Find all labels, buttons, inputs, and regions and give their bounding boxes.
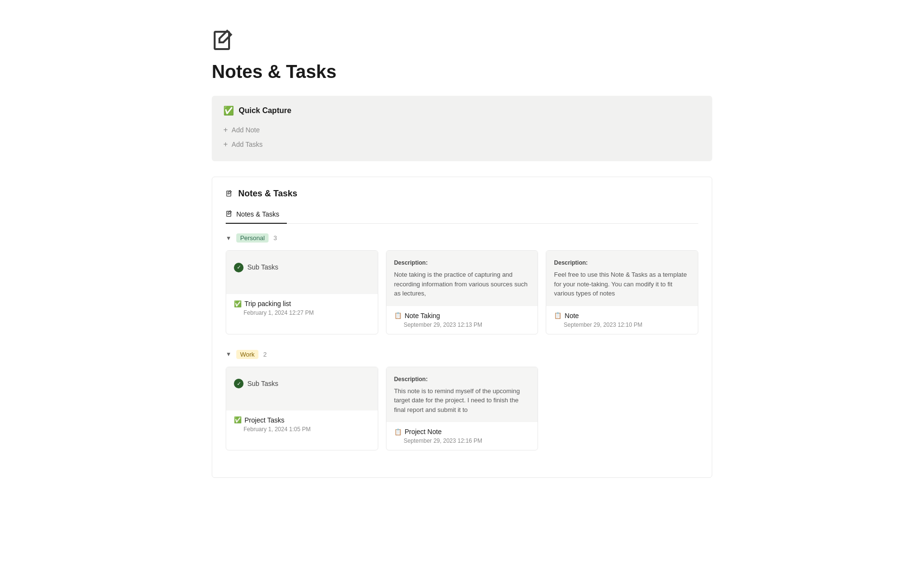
card-project-tasks-title: Project Tasks (244, 416, 284, 424)
group-work-header: ▼ Work 2 (226, 350, 698, 359)
note-icon-3: 📋 (394, 428, 402, 436)
card-note-taking-preview: Description: Note taking is the practice… (386, 251, 538, 306)
card-note-taking-footer: 📋 Note Taking September 29, 2023 12:13 P… (386, 306, 538, 334)
card-note-preview-text: Feel free to use this Note & Tasks as a … (554, 270, 690, 298)
task-icon-2: ✅ (234, 416, 242, 423)
group-personal: ▼ Personal 3 ✓ Sub Tasks ✅ (226, 233, 698, 334)
card-trip-packing-title: Trip packing list (244, 300, 291, 308)
task-icon: ✅ (234, 300, 242, 308)
card-project-note-title: Project Note (405, 428, 442, 436)
svg-rect-0 (215, 32, 229, 49)
card-note-title-row: 📋 Note (554, 312, 690, 320)
card-note-taking[interactable]: Description: Note taking is the practice… (386, 250, 539, 334)
group-personal-badge: Personal (236, 233, 269, 243)
page-title: Notes & Tasks (212, 62, 712, 82)
tab-notes-tasks[interactable]: Notes & Tasks (226, 206, 287, 224)
group-personal-cards: ✓ Sub Tasks ✅ Trip packing list February… (226, 250, 698, 334)
subtask-check-icon: ✓ (234, 263, 244, 272)
group-work-count: 2 (263, 351, 267, 358)
note-icon: 📋 (394, 312, 402, 319)
subtask-check-icon-2: ✓ (234, 379, 244, 388)
notes-tasks-icon (226, 190, 233, 198)
tab-notes-tasks-icon (226, 210, 233, 218)
card-project-tasks[interactable]: ✓ Sub Tasks ✅ Project Tasks February 1, … (226, 367, 378, 451)
card-trip-packing[interactable]: ✓ Sub Tasks ✅ Trip packing list February… (226, 250, 378, 334)
card-project-note-preview-text: This note is to remind myself of the upc… (394, 386, 530, 415)
card-trip-packing-title-row: ✅ Trip packing list (234, 300, 370, 308)
quick-capture-header: ✅ Quick Capture (223, 105, 701, 116)
card-project-note-preview: Description: This note is to remind myse… (386, 367, 538, 423)
add-tasks-row[interactable]: + Add Tasks (223, 137, 701, 152)
group-work-toggle[interactable]: ▼ (226, 351, 231, 358)
card-project-tasks-date: February 1, 2024 1:05 PM (234, 426, 370, 433)
card-note-title: Note (565, 312, 579, 320)
group-personal-toggle[interactable]: ▼ (226, 235, 231, 242)
card-project-tasks-title-row: ✅ Project Tasks (234, 416, 370, 424)
card-project-note-title-row: 📋 Project Note (394, 428, 530, 436)
tab-notes-tasks-label: Notes & Tasks (236, 210, 279, 218)
add-tasks-label: Add Tasks (231, 141, 262, 148)
card-note-taking-title-row: 📋 Note Taking (394, 312, 530, 320)
group-work: ▼ Work 2 ✓ Sub Tasks ✅ (226, 350, 698, 451)
subtask-label-2: Sub Tasks (247, 379, 278, 389)
card-note[interactable]: Description: Feel free to use this Note … (546, 250, 698, 334)
subtask-label: Sub Tasks (247, 262, 278, 272)
card-note-taking-title: Note Taking (405, 312, 440, 320)
card-note-date: September 29, 2023 12:10 PM (554, 321, 690, 328)
card-project-tasks-footer: ✅ Project Tasks February 1, 2024 1:05 PM (226, 410, 378, 438)
tabs-row: Notes & Tasks (226, 206, 698, 224)
notes-tasks-section: Notes & Tasks Notes & Tasks ▼ Personal 3 (212, 177, 712, 478)
card-note-footer: 📋 Note September 29, 2023 12:10 PM (546, 306, 698, 334)
card-trip-packing-footer: ✅ Trip packing list February 1, 2024 12:… (226, 294, 378, 322)
card-project-note-footer: 📋 Project Note September 29, 2023 12:16 … (386, 422, 538, 450)
card-trip-packing-date: February 1, 2024 12:27 PM (234, 309, 370, 316)
group-personal-count: 3 (273, 234, 277, 242)
quick-capture-section: ✅ Quick Capture + Add Note + Add Tasks (212, 96, 712, 161)
quick-capture-title: Quick Capture (239, 106, 291, 115)
add-tasks-plus-icon: + (223, 140, 228, 149)
card-note-taking-preview-text: Note taking is the practice of capturing… (394, 270, 530, 298)
add-note-row[interactable]: + Add Note (223, 123, 701, 137)
card-note-taking-preview-label: Description: (394, 258, 530, 267)
notes-tasks-header: Notes & Tasks (226, 189, 698, 199)
note-icon-2: 📋 (554, 312, 562, 319)
card-note-taking-date: September 29, 2023 12:13 PM (394, 321, 530, 328)
group-personal-header: ▼ Personal 3 (226, 233, 698, 243)
add-note-label: Add Note (231, 126, 259, 134)
card-project-note-date: September 29, 2023 12:16 PM (394, 437, 530, 444)
card-note-preview-label: Description: (554, 258, 690, 267)
group-work-cards: ✓ Sub Tasks ✅ Project Tasks February 1, … (226, 367, 698, 451)
notes-tasks-title: Notes & Tasks (238, 189, 297, 199)
card-project-tasks-preview: ✓ Sub Tasks (226, 367, 378, 410)
card-project-note[interactable]: Description: This note is to remind myse… (386, 367, 539, 451)
card-trip-packing-preview: ✓ Sub Tasks (226, 251, 378, 294)
card-note-preview: Description: Feel free to use this Note … (546, 251, 698, 306)
add-note-plus-icon: + (223, 126, 228, 134)
page-icon (212, 29, 237, 54)
card-project-note-preview-label: Description: (394, 375, 530, 384)
check-circle-icon: ✅ (223, 105, 234, 116)
group-work-badge: Work (236, 350, 258, 359)
